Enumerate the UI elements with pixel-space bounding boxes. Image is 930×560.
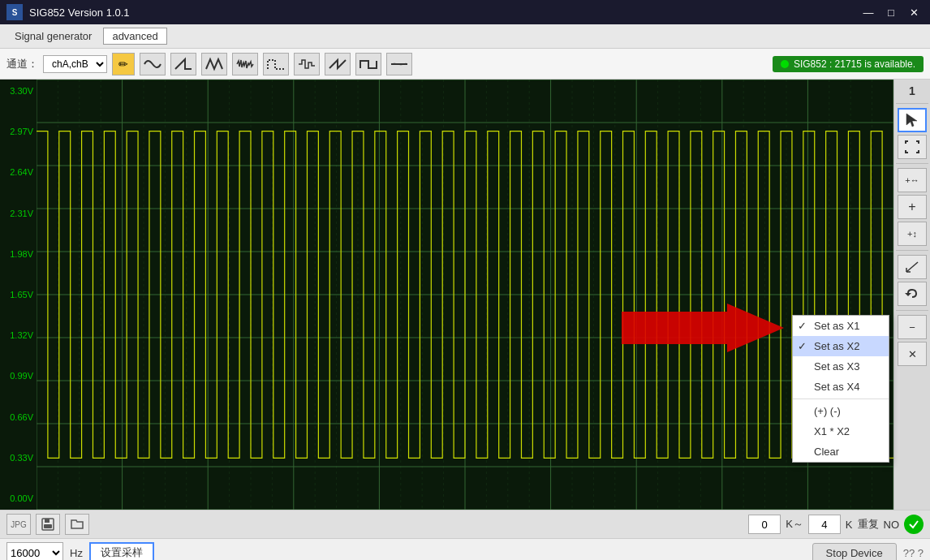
bottom-right: K～ K 重复 NO	[748, 515, 924, 534]
menu-bar: Signal generator advanced	[0, 24, 930, 49]
toolbar: 通道： chA,chB chA chB ✏ SIG852 : 21715 is …	[0, 49, 930, 80]
repeat-start-input[interactable]	[748, 515, 781, 534]
context-menu-item[interactable]: ✓Set as X2	[793, 336, 889, 356]
y-label-3: 2.31V	[2, 209, 35, 218]
repeat-label: 重复	[858, 517, 879, 532]
sine-wave-button[interactable]	[140, 53, 166, 75]
jpg-export-button[interactable]: JPG	[6, 514, 31, 535]
y-label-7: 0.99V	[2, 371, 35, 381]
panel-number: 1	[898, 83, 927, 99]
context-menu-divider	[793, 398, 889, 399]
right-panel: 1 +↔ + +↕ − ✕	[893, 80, 930, 510]
zoom-fit-button[interactable]	[898, 135, 927, 159]
context-menu-item[interactable]: X1 * X2	[793, 421, 889, 442]
app-logo: S	[6, 4, 23, 20]
undo-button[interactable]	[898, 282, 927, 306]
x-zoom-minus-button[interactable]: −	[898, 315, 927, 339]
cursor-tool-button[interactable]	[898, 108, 927, 132]
scope-area[interactable]: 3.30V 2.97V 2.64V 2.31V 1.98V 1.65V 1.32…	[0, 80, 893, 510]
ramp-wave-button[interactable]	[170, 53, 196, 75]
load-button[interactable]	[65, 514, 89, 535]
square-dotted-button[interactable]	[263, 53, 289, 75]
zoom-in-button[interactable]: +	[898, 195, 927, 219]
arbitrary-wave-button[interactable]	[294, 53, 320, 75]
save-button[interactable]	[36, 514, 60, 535]
confirm-button[interactable]	[904, 515, 924, 534]
context-menu-item[interactable]: Set as X4	[793, 377, 889, 397]
set-sample-button[interactable]: 设置采样	[89, 542, 154, 560]
panel-divider-4	[896, 310, 928, 311]
context-menu: ✓Set as X1✓Set as X2Set as X3Set as X4(+…	[792, 315, 889, 463]
channel-label: 通道：	[6, 57, 38, 71]
miss-text: ?? ?	[903, 547, 924, 559]
maximize-button[interactable]: □	[881, 4, 901, 20]
zoom-x-button[interactable]: +↔	[898, 168, 927, 192]
zoom-out-button[interactable]: +↕	[898, 222, 927, 246]
y-label-0: 3.30V	[2, 86, 35, 96]
status-footer: 16000 8000 44100 Hz 设置采样 Stop Device ?? …	[0, 538, 930, 560]
no-label: NO	[884, 519, 900, 531]
triangle-wave-button[interactable]	[201, 53, 227, 75]
sawtooth-wave-button[interactable]	[325, 53, 351, 75]
svg-rect-56	[45, 519, 50, 523]
svg-rect-57	[44, 524, 52, 528]
y-label-6: 1.32V	[2, 330, 35, 340]
hz-unit-label: Hz	[70, 547, 83, 559]
minimize-button[interactable]: —	[859, 4, 878, 20]
window-controls: — □ ✕	[859, 4, 924, 20]
y-label-9: 0.33V	[2, 453, 35, 463]
y-label-5: 1.65V	[2, 290, 35, 299]
context-menu-item[interactable]: Clear	[793, 442, 889, 462]
status-text: SIG852 : 21715 is available.	[794, 58, 915, 70]
title-bar-left: S SIG852 Version 1.0.1	[6, 4, 130, 20]
bottom-bar: JPG K～ K 重复 NO	[0, 510, 930, 538]
context-menu-item[interactable]: (+) (-)	[793, 401, 889, 421]
repeat-end-input[interactable]	[808, 515, 841, 534]
y-label-2: 2.64V	[2, 167, 35, 177]
x-zoom-plus-button[interactable]: ✕	[898, 342, 927, 366]
pencil-button[interactable]: ✏	[112, 53, 135, 75]
toolbar-right: SIG852 : 21715 is available.	[773, 56, 924, 72]
status-indicator	[781, 60, 789, 68]
k-end-label: K	[846, 519, 853, 531]
stop-device-button[interactable]: Stop Device	[812, 543, 897, 561]
advanced-button[interactable]: advanced	[103, 28, 166, 45]
y-label-1: 2.97V	[2, 127, 35, 136]
main-area: 3.30V 2.97V 2.64V 2.31V 1.98V 1.65V 1.32…	[0, 80, 930, 510]
title-bar: S SIG852 Version 1.0.1 — □ ✕	[0, 0, 930, 24]
noise-wave-button[interactable]	[232, 53, 258, 75]
panel-divider-2	[896, 163, 928, 164]
k-mid-label: K～	[786, 517, 803, 532]
close-button[interactable]: ✕	[904, 4, 924, 20]
context-menu-item[interactable]: Set as X3	[793, 356, 889, 377]
channel-select[interactable]: chA,chB chA chB	[43, 55, 107, 73]
panel-divider-3	[896, 250, 928, 251]
y-label-10: 0.00V	[2, 493, 35, 503]
app-title: SIG852 Version 1.0.1	[29, 6, 130, 19]
oscilloscope-display[interactable]	[37, 80, 893, 510]
square-wave-button[interactable]	[355, 53, 381, 75]
y-label-8: 0.66V	[2, 412, 35, 422]
status-badge: SIG852 : 21715 is available.	[773, 56, 924, 72]
footer-right: Stop Device ?? ?	[812, 543, 924, 561]
context-menu-item[interactable]: ✓Set as X1	[793, 316, 889, 336]
measure-button[interactable]	[898, 255, 927, 279]
y-axis-labels: 3.30V 2.97V 2.64V 2.31V 1.98V 1.65V 1.32…	[0, 80, 37, 510]
panel-divider-1	[896, 103, 928, 104]
hz-select[interactable]: 16000 8000 44100	[6, 542, 63, 560]
dc-wave-button[interactable]	[386, 53, 412, 75]
signal-generator-menu[interactable]: Signal generator	[6, 27, 100, 45]
y-label-4: 1.98V	[2, 249, 35, 259]
